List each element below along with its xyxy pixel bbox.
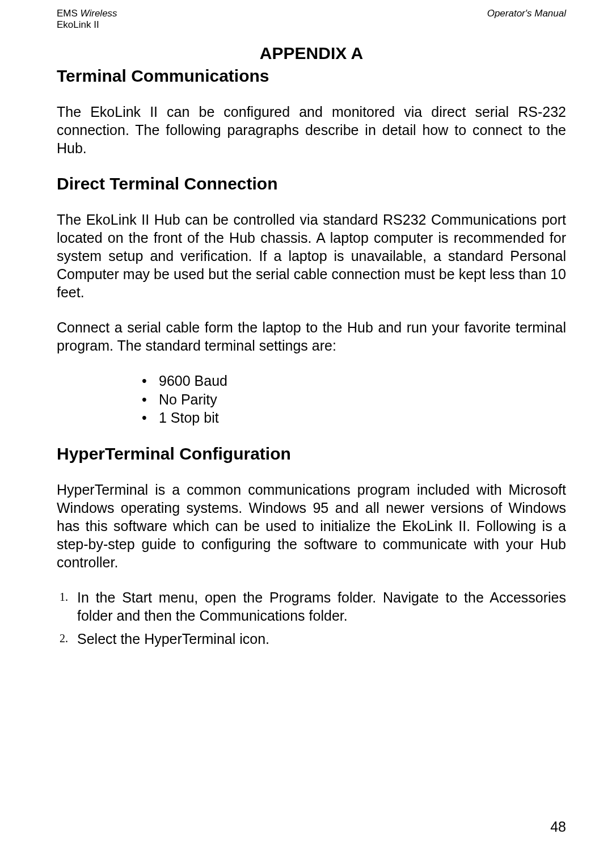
list-item: 9600 Baud [142,372,566,390]
section-title-hyperterminal-configuration: HyperTerminal Configuration [57,444,566,464]
page-number: 48 [550,819,566,835]
section1-para1: The EkoLink II can be configured and mon… [57,103,566,157]
list-item: No Parity [142,390,566,409]
step-item: 1.In the Start menu, open the Programs f… [57,588,566,625]
header-company-prefix: EMS [57,8,81,19]
section-title-direct-terminal-connection: Direct Terminal Connection [57,174,566,193]
header-company-italic: Wireless [81,8,117,19]
step-number: 1. [51,589,68,604]
step-text: In the Start menu, open the Programs fol… [77,589,566,624]
step-item: 2.Select the HyperTerminal icon. [57,630,566,648]
section2-para2: Connect a serial cable form the laptop t… [57,318,566,355]
header-right: Operator's Manual [487,8,566,30]
appendix-title: APPENDIX A [57,44,566,63]
step-number: 2. [51,631,68,646]
section3-para1: HyperTerminal is a common communications… [57,481,566,571]
section2-para1: The EkoLink II Hub can be controlled via… [57,210,566,301]
step-text: Select the HyperTerminal icon. [77,631,269,647]
list-item: 1 Stop bit [142,408,566,427]
section-title-terminal-communications: Terminal Communications [57,66,566,86]
document-page: EMS Wireless EkoLink II Operator's Manua… [0,0,616,664]
header-left: EMS Wireless EkoLink II [57,8,117,30]
terminal-settings-list: 9600 Baud No Parity 1 Stop bit [57,372,566,427]
header-product-line: EkoLink II [57,19,117,31]
page-header: EMS Wireless EkoLink II Operator's Manua… [57,8,566,30]
steps-list: 1.In the Start menu, open the Programs f… [57,588,566,648]
header-company-line: EMS Wireless [57,8,117,19]
